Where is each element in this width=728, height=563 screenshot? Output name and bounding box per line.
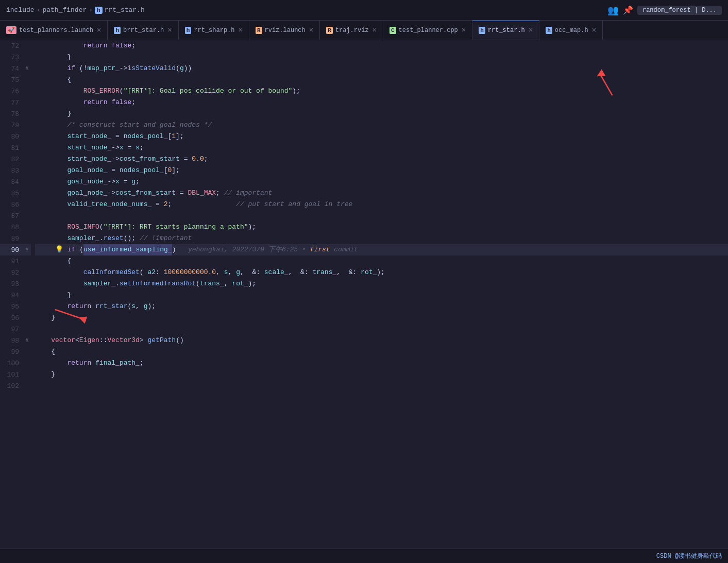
line-number: 77 (0, 99, 23, 107)
code-line-91: { (35, 255, 728, 267)
pin-icon: 📌 (623, 5, 633, 15)
tab-label: occ_map.h (555, 27, 588, 34)
gutter-row-93: 93 (0, 278, 31, 289)
fold-icon[interactable]: ⊻ (23, 65, 31, 72)
line-number: 96 (0, 314, 23, 322)
code-area[interactable]: return false; } if (!map_ptr_->isStateVa… (31, 40, 728, 549)
code-line-95: return rrt_star(s, g); (35, 301, 728, 312)
gutter-row-82: 82 (0, 153, 31, 165)
tab-bar: 🚀 test_planners.launch × h brrt_star.h ×… (0, 21, 728, 40)
tab-label: rrt_star.h (488, 27, 525, 34)
fold-icon[interactable]: ⊻ (23, 247, 31, 253)
gutter-row-87: 87 (0, 210, 31, 221)
tab-icon-cpp: C (390, 27, 396, 34)
tab-test-planner-cpp[interactable]: C test_planner.cpp × (383, 21, 472, 40)
gutter-row-83: 83 (0, 165, 31, 176)
gutter-row-86: 86 (0, 199, 31, 210)
code-line-97 (35, 323, 728, 335)
code-line-76: ROS_ERROR("[RRT*]: Goal pos collide or o… (35, 86, 728, 97)
gutter-row-81: 81 (0, 142, 31, 153)
tab-brrt-star[interactable]: h brrt_star.h × (108, 21, 178, 40)
tab-close[interactable]: × (592, 26, 596, 35)
code-line-92: calInformedSet( a2: 10000000000.0, s, g,… (35, 267, 728, 278)
code-line-80: start_node_ = nodes_pool_[1]; (35, 131, 728, 142)
code-line-82: start_node_->cost_from_start = 0.0; (35, 153, 728, 165)
tab-label: test_planner.cpp (399, 27, 458, 34)
tab-label: traj.rviz (335, 27, 369, 34)
git-annotation-90: yehongkai, 2022/3/9 下午6:25 • (188, 244, 310, 255)
line-number-active: 90 (0, 246, 23, 254)
line-number: 84 (0, 178, 23, 186)
tab-icon-h: h (479, 27, 485, 34)
code-line-79: /* construct start and goal nodes */ (35, 120, 728, 131)
gutter-row-80: 80 (0, 131, 31, 142)
gutter-row-72: 72 (0, 40, 31, 52)
tab-icon-rviz: R (256, 27, 262, 34)
code-line-84: goal_node_->x = g; (35, 176, 728, 187)
gutter-row-76: 76 (0, 86, 31, 97)
line-number: 73 (0, 54, 23, 61)
code-line-77: return false; (35, 97, 728, 108)
tab-label: rrt_sharp.h (194, 27, 234, 34)
breadcrumb-file: rrt_star.h (105, 6, 145, 14)
tab-rrt-sharp[interactable]: h rrt_sharp.h × (179, 21, 249, 40)
line-number: 86 (0, 201, 23, 209)
code-line-87 (35, 210, 728, 221)
gutter-row-95: 95 (0, 301, 31, 312)
line-number: 94 (0, 292, 23, 299)
fold-icon[interactable]: ⊻ (23, 337, 31, 344)
code-line-75: { (35, 74, 728, 86)
tab-close[interactable]: × (97, 26, 101, 35)
tab-icon-h: h (114, 27, 121, 34)
code-line-72: return false; (35, 40, 728, 52)
line-number: 76 (0, 88, 23, 95)
line-number: 85 (0, 190, 23, 197)
tab-label: brrt_star.h (123, 27, 164, 34)
line-gutter: 72 73 74 ⊻ 75 76 77 78 79 (0, 40, 31, 549)
gutter-row-96: 96 (0, 312, 31, 323)
tab-rviz-launch[interactable]: R rviz.launch × (249, 21, 320, 40)
tab-close[interactable]: × (239, 26, 243, 35)
line-number: 81 (0, 144, 23, 152)
profile-icon: 👥 (607, 5, 619, 16)
tab-close[interactable]: × (167, 26, 172, 35)
gutter-row-73: 73 (0, 52, 31, 63)
line-number: 82 (0, 156, 23, 163)
csdn-label: CSDN @读书健身敲代码 (656, 552, 722, 560)
line-number: 95 (0, 303, 23, 311)
tab-close[interactable]: × (462, 26, 466, 35)
line-number: 80 (0, 133, 23, 141)
branch-badge: random_forest | D... (637, 6, 722, 15)
gutter-row-79: 79 (0, 120, 31, 131)
line-number: 99 (0, 348, 23, 356)
gutter-row-101: 101 (0, 369, 31, 380)
breadcrumb: include › path_finder › h rrt_star.h (6, 6, 145, 14)
tab-close[interactable]: × (373, 26, 377, 35)
line-number: 102 (0, 382, 23, 390)
code-line-90: 💡 if (use_informed_sampling_) yehongkai,… (35, 244, 728, 255)
tab-close[interactable]: × (309, 26, 313, 35)
code-line-85: goal_node_->cost_from_start = DBL_MAX; /… (35, 187, 728, 199)
tab-close[interactable]: × (529, 26, 533, 35)
gutter-row-102: 102 (0, 380, 31, 391)
git-first: first (310, 244, 330, 255)
line-number: 87 (0, 212, 23, 220)
gutter-row-77: 77 (0, 97, 31, 108)
tab-icon-h: h (185, 27, 192, 34)
code-line-96: } (35, 312, 728, 323)
line-number: 100 (0, 360, 23, 367)
lightbulb-icon[interactable]: 💡 (55, 244, 63, 255)
git-commit: commit (330, 244, 359, 255)
tab-test-planners-launch[interactable]: 🚀 test_planners.launch × (0, 21, 108, 40)
tab-rrt-star-h[interactable]: h rrt_star.h × (472, 21, 539, 40)
code-line-89: sampler_.reset(); // !important (35, 233, 728, 244)
code-line-81: start_node_->x = s; (35, 142, 728, 153)
tab-occ-map-h[interactable]: h occ_map.h × (539, 21, 603, 40)
gutter-row-99: 99 (0, 346, 31, 357)
tab-traj-rviz[interactable]: R traj.rviz × (320, 21, 383, 40)
breadcrumb-include: include (6, 6, 35, 14)
gutter-row-90: 90 ⊻ (0, 244, 31, 255)
line-number: 98 (0, 337, 23, 345)
line-number: 89 (0, 235, 23, 243)
gutter-row-85: 85 (0, 187, 31, 199)
